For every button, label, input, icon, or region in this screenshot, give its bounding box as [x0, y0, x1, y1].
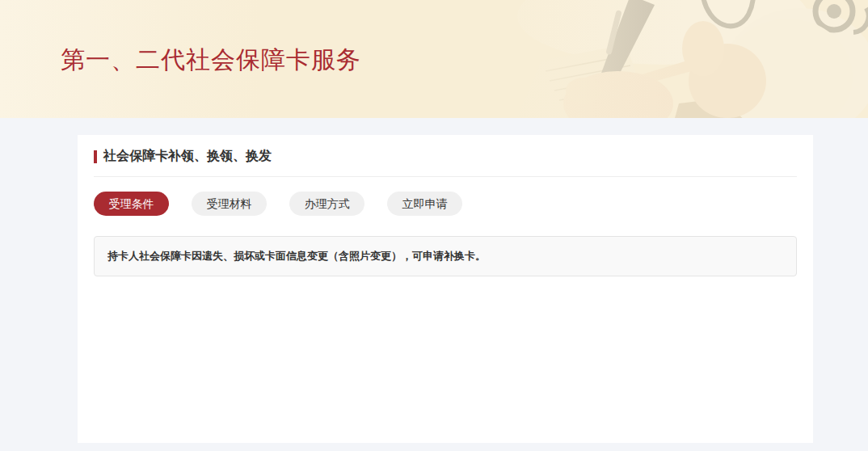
page-banner: 第一、二代社会保障卡服务	[0, 0, 868, 118]
banner-photo-hands-writing	[461, 0, 868, 118]
section-title: 社会保障卡补领、换领、换发	[103, 148, 272, 165]
service-card: 社会保障卡补领、换领、换发 受理条件 受理材料 办理方式 立即申请 持卡人社会保…	[78, 135, 813, 443]
section-header: 社会保障卡补领、换领、换发	[94, 148, 797, 177]
page-title: 第一、二代社会保障卡服务	[61, 44, 361, 77]
acceptance-conditions-text: 持卡人社会保障卡因遗失、损坏或卡面信息变更（含照片变更），可申请补换卡。	[94, 236, 797, 276]
tab-apply-now[interactable]: 立即申请	[387, 192, 462, 216]
section-title-red-bar	[94, 150, 97, 163]
tab-handling-method[interactable]: 办理方式	[289, 192, 364, 216]
tab-required-materials[interactable]: 受理材料	[192, 192, 267, 216]
tab-acceptance-conditions[interactable]: 受理条件	[94, 192, 169, 216]
tab-bar: 受理条件 受理材料 办理方式 立即申请	[94, 192, 797, 216]
